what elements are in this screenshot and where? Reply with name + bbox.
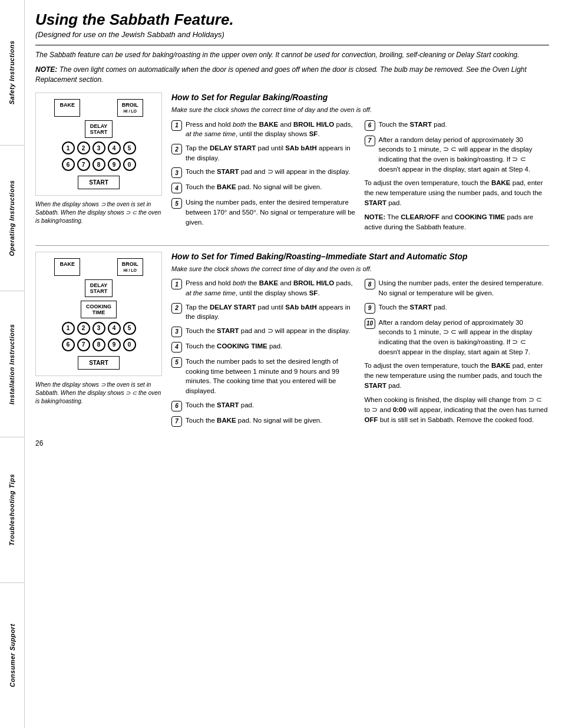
section1-adjust-note: To adjust the oven temperature, touch th…: [365, 178, 550, 207]
step-num: 5: [171, 198, 182, 209]
step-item: 5 Touch the number pads to set the desir…: [171, 357, 356, 396]
step-num: 10: [365, 318, 375, 329]
sidebar-section-installation[interactable]: Installation Instructions: [0, 291, 24, 437]
num-3-btn-2: 3: [92, 322, 105, 335]
sidebar: Safety Instructions Operating Instructio…: [0, 0, 25, 728]
section2-final-note: When cooking is finished, the display wi…: [365, 395, 550, 424]
step-text: Press and hold both the BAKE and BROIL H…: [186, 120, 356, 139]
sidebar-section-safety[interactable]: Safety Instructions: [0, 0, 24, 146]
section2-steps-col: 1 Press and hold both the BAKE and BROIL…: [171, 278, 356, 430]
step-text: Touch the START pad and ⊃ will appear in…: [186, 326, 356, 336]
section1-steps-col: 1 Press and hold both the BAKE and BROIL…: [171, 120, 356, 237]
step-num: 1: [171, 279, 182, 289]
sidebar-label-safety: Safety Instructions: [9, 41, 16, 105]
step-item: 6 Touch the START pad.: [365, 120, 550, 131]
delay-start-btn-2: DELAYSTART: [85, 279, 113, 297]
section1-steps-layout: 1 Press and hold both the BAKE and BROIL…: [171, 120, 549, 237]
section1-heading: How to Set for Regular Baking/Roasting: [171, 93, 549, 102]
num-row-2a: 1 2 3 4 5: [62, 322, 136, 335]
start-btn-1: START: [78, 176, 120, 189]
section2-layout: BAKE BROILHI / LO DELAYSTART COOKINGTIME…: [35, 252, 549, 431]
keypad-top-row-1: BAKE BROILHI / LO: [42, 99, 156, 117]
section2-left: BAKE BROILHI / LO DELAYSTART COOKINGTIME…: [35, 252, 162, 431]
num-5-btn-2: 5: [123, 322, 136, 335]
delay-start-btn-1: DELAYSTART: [85, 120, 113, 138]
broil-btn-1: BROILHI / LO: [117, 99, 143, 117]
sidebar-section-operating[interactable]: Operating Instructions: [0, 146, 24, 291]
step-text: Touch the BAKE pad. No signal will be gi…: [186, 416, 356, 426]
num-7-btn-2: 7: [77, 338, 90, 351]
section2-steps-layout: 1 Press and hold both the BAKE and BROIL…: [171, 278, 549, 430]
step-text: Touch the number pads to set the desired…: [186, 357, 356, 396]
num-4-btn-2: 4: [108, 322, 121, 335]
num-6-btn-2: 6: [62, 338, 75, 351]
step-item: 4 Touch the COOKING TIME pad.: [171, 341, 356, 353]
note-label: NOTE:: [35, 65, 57, 74]
step-text: Press and hold both the BAKE and BROIL H…: [186, 278, 356, 298]
num-8-btn-2: 8: [92, 338, 105, 351]
step-num: 5: [171, 357, 182, 368]
step-text: Touch the START pad and ⊃ will appear in…: [186, 167, 356, 177]
main-content: Using the Sabbath Feature. (Designed for…: [25, 0, 562, 728]
step-num: 4: [171, 342, 182, 353]
num-1-btn-2: 1: [62, 322, 75, 335]
section1-layout: BAKE BROILHI / LO DELAYSTART 1 2 3 4 5 6…: [35, 93, 549, 236]
step-text: Touch the BAKE pad. No signal will be gi…: [186, 182, 356, 192]
num-3-btn-1: 3: [92, 141, 105, 154]
intro-text: The Sabbath feature can be used for baki…: [35, 50, 549, 60]
note-content: The oven light comes on automatically wh…: [35, 65, 527, 84]
step-num: 2: [171, 303, 182, 314]
sidebar-label-troubleshooting: Troubleshooting Tips: [9, 474, 16, 546]
step-item: 6 Touch the START pad.: [171, 400, 356, 411]
keypad-caption-1: When the display shows ⊃ the oven is set…: [35, 200, 162, 225]
step-item: 3 Touch the START pad and ⊃ will appear …: [171, 326, 356, 337]
cooking-time-btn-2: COOKINGTIME: [81, 301, 117, 318]
step-item: 7 After a random delay period of approxi…: [365, 135, 550, 174]
step-item: 1 Press and hold both the BAKE and BROIL…: [171, 120, 356, 139]
section2-intro: Make sure the clock shows the correct ti…: [171, 265, 549, 274]
num-4-btn-1: 4: [108, 141, 121, 154]
section2-notes-col: 8 Using the number pads, enter the desir…: [365, 278, 550, 430]
step-item: 10 After a random delay period of approx…: [365, 318, 550, 357]
num-8-btn-1: 8: [92, 158, 105, 171]
step-item: 7 Touch the BAKE pad. No signal will be …: [171, 416, 356, 427]
sidebar-label-installation: Installation Instructions: [9, 324, 16, 404]
step-num: 4: [171, 183, 182, 193]
step-text: Touch the COOKING TIME pad.: [186, 341, 356, 351]
keypad-diagram-2: BAKE BROILHI / LO DELAYSTART COOKINGTIME…: [35, 252, 162, 376]
step-text: Tap the DELAY START pad until SAb bAtH a…: [186, 302, 356, 322]
num-2-btn-1: 2: [77, 141, 90, 154]
sidebar-label-consumer: Consumer Support: [9, 624, 16, 687]
step-item: 1 Press and hold both the BAKE and BROIL…: [171, 278, 356, 298]
step-item: 4 Touch the BAKE pad. No signal will be …: [171, 182, 356, 193]
step-num: 8: [365, 279, 375, 289]
sidebar-section-troubleshooting[interactable]: Troubleshooting Tips: [0, 437, 24, 583]
sidebar-section-consumer[interactable]: Consumer Support: [0, 583, 24, 728]
section1-left: BAKE BROILHI / LO DELAYSTART 1 2 3 4 5 6…: [35, 93, 162, 236]
step-text: After a random delay period of approxima…: [379, 135, 550, 174]
step-text: Touch the START pad.: [379, 120, 550, 130]
section1-intro: Make sure the clock shows the correct ti…: [171, 106, 549, 114]
num-7-btn-1: 7: [77, 158, 90, 171]
num-6-btn-1: 6: [62, 158, 75, 171]
bake-btn-1: BAKE: [54, 99, 80, 117]
step-item: 2 Tap the DELAY START pad until SAb bAtH…: [171, 302, 356, 322]
num-row-2b: 6 7 8 9 0: [62, 338, 136, 351]
step-num: 2: [171, 144, 182, 154]
section1-final-note: NOTE: The CLEAR/OFF and COOKING TIME pad…: [365, 212, 550, 232]
keypad-top-row-2: BAKE BROILHI / LO: [42, 258, 156, 276]
num-row-1a: 1 2 3 4 5: [62, 141, 136, 154]
bake-btn-2: BAKE: [54, 258, 80, 276]
step-item: 3 Touch the START pad and ⊃ will appear …: [171, 167, 356, 178]
step-text: Tap the DELAY START pad until SAb bAtH a…: [186, 143, 356, 163]
step-text: After a random delay period of approxima…: [379, 318, 550, 357]
step-num: 3: [171, 327, 182, 337]
keypad-caption-2: When the display shows ⊃ the oven is set…: [35, 381, 162, 406]
num-1-btn-1: 1: [62, 141, 75, 154]
num-0-btn-2: 0: [123, 338, 136, 351]
step-num: 7: [171, 416, 182, 427]
step-item: 2 Tap the DELAY START pad until SAb bAtH…: [171, 143, 356, 163]
step-text: Touch the START pad.: [186, 400, 356, 410]
step-item: 8 Using the number pads, enter the desir…: [365, 278, 550, 298]
note-text: NOTE: The oven light comes on automatica…: [35, 65, 549, 85]
